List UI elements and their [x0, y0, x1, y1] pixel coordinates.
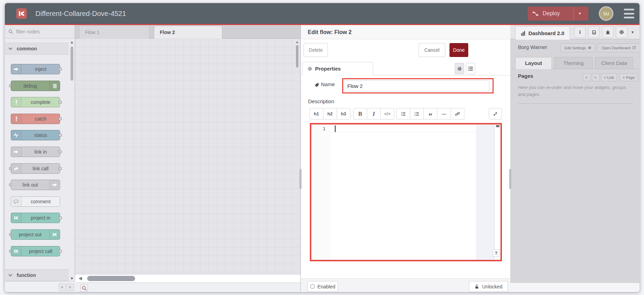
palette-node[interactable]: comment: [11, 196, 60, 207]
palette-node[interactable]: link out: [11, 180, 60, 190]
sidebar-resize-handle[interactable]: [509, 169, 511, 189]
md-toolbar-button[interactable]: B: [353, 108, 367, 120]
view-navigator-button[interactable]: [80, 284, 88, 292]
flow-tab[interactable]: Flow 2: [154, 26, 222, 39]
palette-node[interactable]: inject: [11, 64, 60, 74]
dashboard-sidebar: Dashboard 2.0 i ▾ Borg Warner Edit Setti…: [510, 25, 640, 292]
canvas-horizontal-scrollbar[interactable]: ◀: [75, 275, 300, 282]
config-tab-button[interactable]: [616, 26, 627, 38]
node-output-port: [58, 68, 62, 71]
expand-icon: [493, 112, 498, 116]
deploy-button[interactable]: Deploy ▾: [528, 7, 588, 21]
scroll-up-icon[interactable]: ▲: [295, 40, 299, 44]
palette-footer: « »: [5, 281, 75, 292]
pages-move-down-button[interactable]: »: [592, 73, 600, 81]
flow-tab-label: Flow 2: [160, 30, 175, 35]
sidebar-section-tab[interactable]: Client Data: [595, 57, 633, 69]
main-menu-button[interactable]: [624, 9, 634, 18]
deploy-caret-icon[interactable]: ▾: [579, 11, 581, 16]
node-icon: [11, 164, 22, 173]
node-icon: [11, 213, 22, 223]
gear-icon: [307, 66, 312, 71]
markdown-help-button[interactable]: ?: [493, 249, 500, 257]
palette-node[interactable]: catch: [11, 114, 60, 124]
help-tab-button[interactable]: [588, 26, 600, 38]
scroll-up-icon[interactable]: ▲: [69, 40, 74, 44]
editor-scrollbar-thumb[interactable]: [496, 125, 499, 127]
enabled-toggle-button[interactable]: Enabled: [307, 281, 338, 292]
properties-tab[interactable]: Properties: [302, 62, 373, 75]
canvas-vertical-scrollbar[interactable]: ▲: [295, 40, 299, 67]
add-page-button[interactable]: + Page: [619, 73, 638, 81]
node-palette: filter nodes common: [5, 25, 75, 292]
canvas-hscroll-thumb[interactable]: [87, 276, 135, 281]
palette-category-function[interactable]: function: [5, 269, 69, 281]
md-toolbar-button[interactable]: [410, 108, 424, 120]
palette-node[interactable]: link call: [11, 163, 60, 174]
editor-scroll-gutter[interactable]: [477, 125, 495, 260]
tray-resize-handle[interactable]: [299, 169, 302, 189]
md-toolbar-button[interactable]: “: [423, 108, 437, 120]
sidebar-section-tab[interactable]: Theming: [554, 57, 593, 69]
description-list-button[interactable]: [466, 63, 475, 74]
dashboard-2-tab[interactable]: Dashboard 2.0: [515, 26, 570, 40]
edit-properties-button[interactable]: [455, 63, 464, 74]
node-icon: [11, 97, 22, 107]
scroll-down-icon[interactable]: ▼: [69, 276, 74, 280]
flow-tab[interactable]: Flow 1: [79, 26, 149, 39]
flow-name-input[interactable]: [344, 80, 489, 91]
palette-scrollbar-thumb[interactable]: [71, 47, 73, 81]
palette-scrollbar[interactable]: ▲ ▼: [69, 39, 75, 281]
md-toolbar-button[interactable]: h3: [337, 108, 350, 120]
pages-move-up-button[interactable]: «: [583, 73, 591, 81]
md-toolbar-button[interactable]: h2: [323, 108, 337, 120]
md-toolbar-button[interactable]: </>: [380, 108, 394, 120]
expand-editor-button[interactable]: [489, 108, 502, 120]
description-editor[interactable]: 1 ?: [311, 124, 501, 260]
md-toolbar-button[interactable]: —: [437, 108, 451, 120]
sidebar-section-tab[interactable]: Layout: [515, 57, 552, 69]
add-link-button[interactable]: + Link: [601, 73, 617, 81]
delete-button[interactable]: Delete: [304, 43, 328, 57]
palette-node[interactable]: debug: [11, 81, 60, 91]
cancel-button[interactable]: Cancel: [419, 43, 445, 57]
deploy-divider: [573, 7, 574, 21]
palette-node[interactable]: complete: [11, 97, 60, 107]
node-output-port: [58, 250, 62, 253]
editor-cursor: [335, 125, 336, 132]
edit-settings-button[interactable]: Edit Settings: [561, 43, 595, 52]
info-tab-button[interactable]: i: [574, 26, 586, 38]
palette-filter[interactable]: filter nodes: [5, 25, 75, 39]
user-avatar[interactable]: su: [599, 6, 613, 21]
debug-tab-button[interactable]: [602, 26, 613, 38]
scroll-left-icon[interactable]: ◀: [79, 276, 82, 281]
md-toolbar-block-group: “ —: [397, 108, 464, 120]
palette-node[interactable]: project in: [11, 213, 60, 223]
palette-node[interactable]: project call: [11, 246, 60, 256]
node-label: inject: [22, 64, 60, 74]
palette-node[interactable]: project out: [11, 229, 60, 240]
node-icon: [49, 180, 60, 190]
open-dashboard-button[interactable]: Open Dashboard: [597, 43, 640, 52]
md-toolbar-heading-group: h1h2h3: [310, 108, 350, 120]
md-toolbar-button[interactable]: h1: [309, 108, 323, 120]
status-circle-icon: [310, 284, 315, 289]
md-toolbar-button[interactable]: [451, 108, 464, 120]
collapse-all-categories-button[interactable]: «: [59, 284, 66, 291]
sidebar-menu-caret-icon[interactable]: ▾: [631, 30, 634, 35]
flow-canvas[interactable]: [75, 39, 300, 275]
canvas-vscroll-thumb[interactable]: [296, 45, 298, 67]
node-label: status: [22, 130, 60, 140]
palette-node[interactable]: link in: [11, 147, 60, 157]
done-button[interactable]: Done: [449, 43, 468, 57]
unlocked-toggle-button[interactable]: Unlocked: [469, 281, 508, 292]
palette-filter-placeholder: filter nodes: [16, 29, 40, 34]
deploy-label: Deploy: [543, 10, 560, 17]
md-toolbar-button[interactable]: [396, 108, 410, 120]
md-toolbar-button[interactable]: I: [367, 108, 381, 120]
palette-category-common[interactable]: common: [5, 43, 69, 55]
palette-node[interactable]: status: [11, 130, 60, 140]
editor-line-number: 1: [312, 126, 325, 131]
node-icon: [49, 81, 60, 91]
expand-all-categories-button[interactable]: »: [67, 284, 74, 291]
